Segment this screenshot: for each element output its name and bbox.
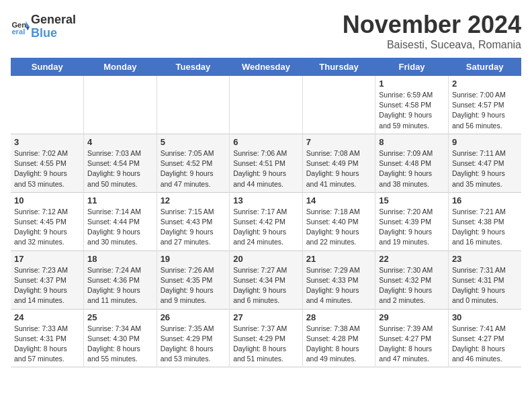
day-number: 12 [161,195,226,205]
calendar-cell: 13Sunrise: 7:17 AM Sunset: 4:42 PM Dayli… [230,192,303,250]
calendar-cell: 25Sunrise: 7:34 AM Sunset: 4:30 PM Dayli… [84,309,157,367]
day-info: Sunrise: 7:27 AM Sunset: 4:34 PM Dayligh… [233,265,299,306]
day-info: Sunrise: 7:24 AM Sunset: 4:36 PM Dayligh… [87,265,153,306]
calendar-cell: 16Sunrise: 7:21 AM Sunset: 4:38 PM Dayli… [448,192,521,250]
calendar-cell: 18Sunrise: 7:24 AM Sunset: 4:36 PM Dayli… [84,250,157,309]
day-number: 1 [379,79,445,89]
header-monday: Monday [84,58,157,76]
calendar-cell: 2Sunrise: 7:00 AM Sunset: 4:57 PM Daylig… [448,76,521,134]
svg-marker-3 [26,27,30,31]
calendar-cell [84,76,157,134]
day-info: Sunrise: 7:31 AM Sunset: 4:31 PM Dayligh… [452,265,518,306]
day-number: 11 [87,195,153,205]
calendar-header: Sunday Monday Tuesday Wednesday Thursday… [11,58,521,76]
header-sunday: Sunday [11,58,84,76]
day-number: 21 [306,254,372,264]
calendar-week-row: 1Sunrise: 6:59 AM Sunset: 4:58 PM Daylig… [11,76,521,134]
calendar-cell: 1Sunrise: 6:59 AM Sunset: 4:58 PM Daylig… [375,76,449,134]
calendar-cell: 11Sunrise: 7:14 AM Sunset: 4:44 PM Dayli… [84,192,157,250]
logo: Gen eral GeneralBlue [11,13,76,40]
day-info: Sunrise: 7:30 AM Sunset: 4:32 PM Dayligh… [379,265,445,306]
calendar-cell: 8Sunrise: 7:09 AM Sunset: 4:48 PM Daylig… [375,134,449,192]
day-info: Sunrise: 7:37 AM Sunset: 4:29 PM Dayligh… [233,324,299,365]
calendar-cell: 20Sunrise: 7:27 AM Sunset: 4:34 PM Dayli… [230,250,303,309]
day-number: 24 [14,312,80,322]
day-number: 5 [161,137,226,147]
day-info: Sunrise: 7:11 AM Sunset: 4:47 PM Dayligh… [452,148,518,189]
calendar-cell: 3Sunrise: 7:02 AM Sunset: 4:55 PM Daylig… [11,134,84,192]
day-info: Sunrise: 7:05 AM Sunset: 4:52 PM Dayligh… [161,148,226,189]
calendar-cell: 27Sunrise: 7:37 AM Sunset: 4:29 PM Dayli… [230,309,303,367]
location-subtitle: Baisesti, Suceava, Romania [343,39,521,51]
day-info: Sunrise: 7:17 AM Sunset: 4:42 PM Dayligh… [233,207,299,248]
day-number: 19 [161,254,226,264]
day-info: Sunrise: 7:39 AM Sunset: 4:27 PM Dayligh… [379,324,445,365]
calendar-cell: 24Sunrise: 7:33 AM Sunset: 4:31 PM Dayli… [11,309,84,367]
day-number: 14 [306,195,372,205]
day-number: 22 [379,254,445,264]
day-number: 4 [87,137,153,147]
day-info: Sunrise: 7:03 AM Sunset: 4:54 PM Dayligh… [87,148,153,189]
day-info: Sunrise: 7:35 AM Sunset: 4:29 PM Dayligh… [161,324,226,365]
logo-icon: Gen eral [11,17,30,36]
day-info: Sunrise: 7:29 AM Sunset: 4:33 PM Dayligh… [306,265,372,306]
calendar-week-row: 3Sunrise: 7:02 AM Sunset: 4:55 PM Daylig… [11,134,521,192]
day-info: Sunrise: 7:08 AM Sunset: 4:49 PM Dayligh… [306,148,372,189]
day-info: Sunrise: 7:02 AM Sunset: 4:55 PM Dayligh… [14,148,80,189]
header-saturday: Saturday [448,58,521,76]
day-number: 16 [452,195,518,205]
day-number: 30 [452,312,518,322]
day-number: 6 [233,137,299,147]
header-thursday: Thursday [302,58,375,76]
day-number: 2 [452,79,518,89]
calendar-cell: 30Sunrise: 7:41 AM Sunset: 4:27 PM Dayli… [448,309,521,367]
svg-text:eral: eral [11,28,25,36]
day-info: Sunrise: 7:12 AM Sunset: 4:45 PM Dayligh… [14,207,80,248]
svg-marker-2 [26,21,30,26]
calendar-cell: 7Sunrise: 7:08 AM Sunset: 4:49 PM Daylig… [302,134,375,192]
day-info: Sunrise: 7:14 AM Sunset: 4:44 PM Dayligh… [87,207,153,248]
calendar-cell: 26Sunrise: 7:35 AM Sunset: 4:29 PM Dayli… [157,309,230,367]
day-info: Sunrise: 7:26 AM Sunset: 4:35 PM Dayligh… [161,265,226,306]
header-wednesday: Wednesday [230,58,303,76]
calendar-cell: 14Sunrise: 7:18 AM Sunset: 4:40 PM Dayli… [302,192,375,250]
header-friday: Friday [375,58,449,76]
day-number: 3 [14,137,80,147]
calendar-cell: 29Sunrise: 7:39 AM Sunset: 4:27 PM Dayli… [375,309,449,367]
day-info: Sunrise: 7:06 AM Sunset: 4:51 PM Dayligh… [233,148,299,189]
day-info: Sunrise: 7:18 AM Sunset: 4:40 PM Dayligh… [306,207,372,248]
calendar-cell: 28Sunrise: 7:38 AM Sunset: 4:28 PM Dayli… [302,309,375,367]
day-number: 8 [379,137,445,147]
calendar-cell: 22Sunrise: 7:30 AM Sunset: 4:32 PM Dayli… [375,250,449,309]
calendar-cell: 17Sunrise: 7:23 AM Sunset: 4:37 PM Dayli… [11,250,84,309]
day-info: Sunrise: 7:34 AM Sunset: 4:30 PM Dayligh… [87,324,153,365]
calendar-cell: 15Sunrise: 7:20 AM Sunset: 4:39 PM Dayli… [375,192,449,250]
day-info: Sunrise: 7:38 AM Sunset: 4:28 PM Dayligh… [306,324,372,365]
title-block: November 2024 Baisesti, Suceava, Romania [343,11,521,51]
day-info: Sunrise: 7:09 AM Sunset: 4:48 PM Dayligh… [379,148,445,189]
day-info: Sunrise: 7:20 AM Sunset: 4:39 PM Dayligh… [379,207,445,248]
day-info: Sunrise: 7:15 AM Sunset: 4:43 PM Dayligh… [161,207,226,248]
header-row: Sunday Monday Tuesday Wednesday Thursday… [11,58,521,76]
calendar-week-row: 10Sunrise: 7:12 AM Sunset: 4:45 PM Dayli… [11,192,521,250]
calendar-cell: 9Sunrise: 7:11 AM Sunset: 4:47 PM Daylig… [448,134,521,192]
day-number: 28 [306,312,372,322]
calendar-cell [230,76,303,134]
day-number: 17 [14,254,80,264]
day-number: 29 [379,312,445,322]
day-info: Sunrise: 7:23 AM Sunset: 4:37 PM Dayligh… [14,265,80,306]
day-info: Sunrise: 7:41 AM Sunset: 4:27 PM Dayligh… [452,324,518,365]
calendar-cell [302,76,375,134]
day-number: 15 [379,195,445,205]
day-number: 10 [14,195,80,205]
calendar-cell [11,76,84,134]
calendar-cell: 19Sunrise: 7:26 AM Sunset: 4:35 PM Dayli… [157,250,230,309]
day-info: Sunrise: 7:33 AM Sunset: 4:31 PM Dayligh… [14,324,80,365]
calendar-week-row: 17Sunrise: 7:23 AM Sunset: 4:37 PM Dayli… [11,250,521,309]
day-info: Sunrise: 7:21 AM Sunset: 4:38 PM Dayligh… [452,207,518,248]
day-info: Sunrise: 6:59 AM Sunset: 4:58 PM Dayligh… [379,90,445,131]
calendar-cell: 6Sunrise: 7:06 AM Sunset: 4:51 PM Daylig… [230,134,303,192]
calendar-cell: 12Sunrise: 7:15 AM Sunset: 4:43 PM Dayli… [157,192,230,250]
page-header: Gen eral GeneralBlue November 2024 Baise… [11,11,521,51]
calendar-cell: 10Sunrise: 7:12 AM Sunset: 4:45 PM Dayli… [11,192,84,250]
